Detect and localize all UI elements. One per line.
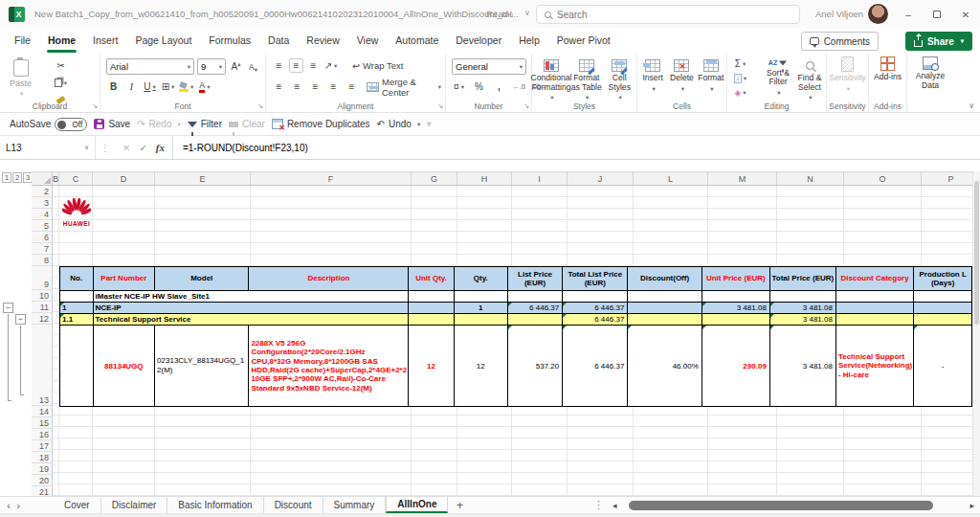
site-title-cell[interactable]: iMaster NCE-IP HW Slave_Site1 xyxy=(93,291,409,303)
row-header-12[interactable]: 12 xyxy=(32,313,52,325)
font-color-button[interactable]: A▾ xyxy=(197,79,212,94)
cell[interactable] xyxy=(914,303,972,314)
autosave-switch[interactable]: Off xyxy=(55,118,87,131)
header-list-price[interactable]: List Price (EUR) xyxy=(507,267,562,291)
cell[interactable] xyxy=(454,291,507,303)
find-select-button[interactable]: Find & Select ▾ xyxy=(794,56,825,101)
comma-style-button[interactable]: , xyxy=(492,79,506,94)
col-header-O[interactable]: O xyxy=(844,172,922,185)
increase-font-button[interactable]: A▴ xyxy=(229,59,243,74)
cell[interactable] xyxy=(835,303,913,314)
col-header-J[interactable]: J xyxy=(568,172,634,185)
row-header-7[interactable]: 7 xyxy=(32,243,52,255)
header-discount[interactable]: Discount(Off) xyxy=(628,267,702,291)
sheet-tab-allinone[interactable]: AllInOne xyxy=(386,497,448,513)
header-qty[interactable]: Qty. xyxy=(454,267,507,291)
cell[interactable] xyxy=(835,291,913,303)
close-button[interactable]: ✕ xyxy=(951,0,980,29)
header-unit-qty[interactable]: Unit Qty. xyxy=(409,267,454,291)
cell[interactable] xyxy=(914,314,972,326)
col-header-M[interactable]: M xyxy=(708,172,777,185)
cell[interactable] xyxy=(702,291,769,303)
header-production-lead[interactable]: Production L (Days) xyxy=(914,267,972,291)
font-size-select[interactable]: 9▾ xyxy=(197,58,226,75)
row12-total-price[interactable]: 3 481.08 xyxy=(769,314,835,326)
font-dialog-launcher[interactable]: ↘ xyxy=(257,102,263,110)
cell[interactable] xyxy=(409,303,454,314)
row-header-19[interactable]: 19 xyxy=(32,463,52,475)
tabbar-divider-icon[interactable]: ⋮ xyxy=(593,499,604,511)
row-header-18[interactable]: 18 xyxy=(32,452,52,463)
row11-total-price[interactable]: 3 481.08 xyxy=(769,303,835,314)
row-header-11[interactable]: 11 xyxy=(32,302,52,313)
col-header-G[interactable]: G xyxy=(412,172,457,185)
col-header-I[interactable]: I xyxy=(512,172,568,185)
row11-no[interactable]: 1 xyxy=(60,303,94,314)
tab-view[interactable]: View xyxy=(348,29,388,54)
clear-menu-button[interactable]: ◈▾ xyxy=(733,86,747,99)
italic-button[interactable]: I xyxy=(124,79,139,94)
align-bottom-button[interactable]: ≡ xyxy=(306,58,321,73)
header-total-price[interactable]: Total Price (EUR) xyxy=(769,267,835,291)
row-header-5[interactable]: 5 xyxy=(32,220,52,232)
row-header-20[interactable]: 20 xyxy=(32,475,52,486)
percent-style-button[interactable]: % xyxy=(472,79,486,94)
wrap-text-button[interactable]: ↩Wrap Text xyxy=(352,58,403,73)
cell[interactable] xyxy=(507,314,562,326)
row13-model[interactable]: 02313CLY_88134UGQ_12(M) xyxy=(155,326,249,407)
row12-no[interactable]: 1.1 xyxy=(60,314,94,326)
row11-name[interactable]: NCE-IP xyxy=(93,303,409,314)
paste-button[interactable]: Paste ▾ xyxy=(10,59,32,98)
copy-button[interactable]: ▾ xyxy=(54,76,68,90)
cell[interactable] xyxy=(769,291,835,303)
row11-total-list-price[interactable]: 6 446.37 xyxy=(563,303,628,314)
undo-button[interactable]: ↶Undo▾ xyxy=(377,119,421,129)
insert-cells-button[interactable]: Insert ▾ xyxy=(639,56,666,101)
row13-unit-price[interactable]: 290.09 xyxy=(702,326,769,407)
col-header-B[interactable]: B xyxy=(53,172,59,185)
tab-insert[interactable]: Insert xyxy=(84,29,126,54)
row11-unit-price[interactable]: 3 481.08 xyxy=(702,303,769,314)
align-center-button[interactable]: ≡ xyxy=(290,79,304,94)
cell[interactable] xyxy=(507,291,562,303)
row13-description[interactable]: 2288X V5 256G Configuration(2*20Core/2.1… xyxy=(249,326,409,407)
row13-production-lead[interactable]: - xyxy=(914,326,972,407)
tab-home[interactable]: Home xyxy=(39,29,84,54)
sheet-tab-discount[interactable]: Discount xyxy=(264,497,323,513)
sheet-tab-cover[interactable]: Cover xyxy=(54,497,101,513)
col-header-N[interactable]: N xyxy=(777,172,844,185)
insert-function-icon[interactable]: fx xyxy=(156,142,165,153)
horizontal-scrollbar[interactable]: ◂ ▸ xyxy=(612,499,974,512)
tab-power-pivot[interactable]: Power Pivot xyxy=(548,29,619,54)
row-header-14[interactable]: 14 xyxy=(32,406,52,417)
cell[interactable] xyxy=(409,291,454,303)
decrease-indent-button[interactable]: ≡ xyxy=(326,79,341,94)
underline-button[interactable]: U▾ xyxy=(143,79,157,94)
tab-page-layout[interactable]: Page Layout xyxy=(126,29,200,54)
row-header-2[interactable]: 2 xyxy=(32,186,52,197)
orientation-button[interactable]: ↗▾ xyxy=(323,58,338,73)
col-header-L[interactable]: L xyxy=(634,172,708,185)
filter-button[interactable]: Filter xyxy=(188,119,222,129)
sort-filter-button[interactable]: AZ Sort & Filter ▾ xyxy=(762,56,794,96)
cell-styles-button[interactable]: Cell Styles ▾ xyxy=(604,56,635,101)
share-button[interactable]: Share▾ xyxy=(905,32,972,51)
select-all-corner[interactable] xyxy=(32,171,53,186)
save-button[interactable]: Save xyxy=(94,119,130,129)
row11-qty[interactable]: 1 xyxy=(454,303,507,314)
row-header-13[interactable]: 13 xyxy=(32,325,52,406)
row-header-17[interactable]: 17 xyxy=(32,440,52,452)
collapse-group-1-button[interactable]: − xyxy=(3,303,13,313)
row12-total-list-price[interactable]: 6 446.37 xyxy=(563,314,628,326)
tab-file[interactable]: File xyxy=(6,29,39,54)
align-right-button[interactable]: ≡ xyxy=(308,79,323,94)
minimize-button[interactable]: – xyxy=(894,0,923,29)
cell[interactable] xyxy=(835,314,913,326)
align-left-button[interactable]: ≡ xyxy=(272,79,286,94)
col-header-E[interactable]: E xyxy=(155,172,251,185)
delete-cells-button[interactable]: ✕ Delete ▾ xyxy=(668,56,695,101)
row13-discount-category[interactable]: Technical Support Service(Networking) - … xyxy=(835,326,913,407)
accounting-format-button[interactable]: ¤▾ xyxy=(452,79,466,94)
tab-review[interactable]: Review xyxy=(298,29,347,54)
header-unit-price[interactable]: Unit Price (EUR) xyxy=(702,267,769,291)
